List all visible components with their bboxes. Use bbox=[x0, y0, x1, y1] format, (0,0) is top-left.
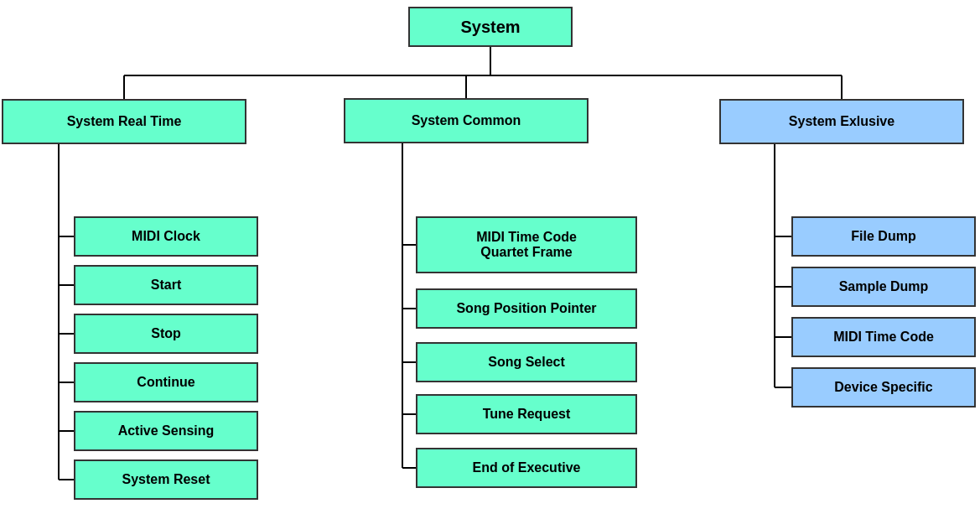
mtc-quartet-node: MIDI Time CodeQuartet Frame bbox=[416, 216, 637, 273]
system-exclusive-node: System Exlusive bbox=[719, 99, 964, 144]
midi-time-code-node: MIDI Time Code bbox=[791, 317, 976, 357]
sample-dump-node: Sample Dump bbox=[791, 267, 976, 307]
midi-clock-node: MIDI Clock bbox=[74, 216, 258, 257]
system-node: System bbox=[408, 7, 573, 47]
active-sensing-node: Active Sensing bbox=[74, 411, 258, 451]
system-reset-node: System Reset bbox=[74, 459, 258, 500]
system-common-node: System Common bbox=[344, 98, 589, 143]
song-position-node: Song Position Pointer bbox=[416, 288, 637, 329]
start-node: Start bbox=[74, 265, 258, 305]
tune-request-node: Tune Request bbox=[416, 394, 637, 434]
song-select-node: Song Select bbox=[416, 342, 637, 382]
continue-node: Continue bbox=[74, 362, 258, 402]
end-of-executive-node: End of Executive bbox=[416, 448, 637, 488]
tree-container: SystemSystem Real TimeSystem CommonSyste… bbox=[0, 0, 980, 514]
device-specific-node: Device Specific bbox=[791, 367, 976, 408]
file-dump-node: File Dump bbox=[791, 216, 976, 257]
system-real-time-node: System Real Time bbox=[2, 99, 246, 144]
stop-node: Stop bbox=[74, 314, 258, 354]
